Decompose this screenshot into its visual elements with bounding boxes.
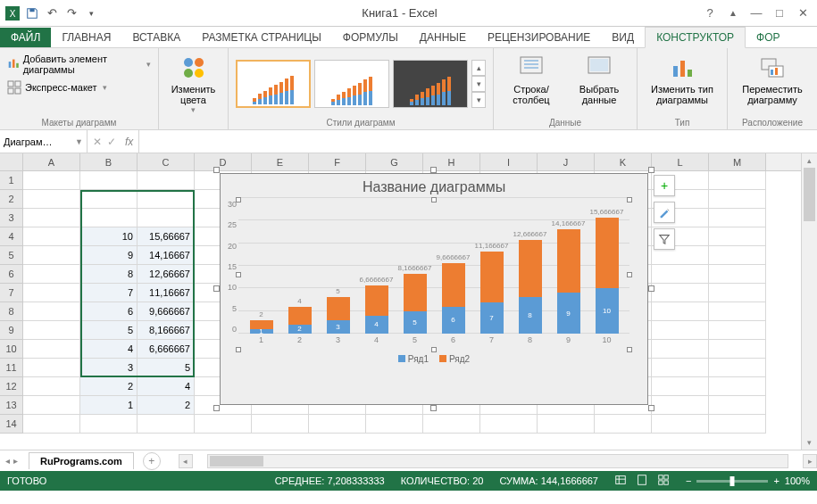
cell[interactable] xyxy=(652,302,709,321)
help-button[interactable]: ? xyxy=(699,4,721,23)
zoom-in[interactable]: + xyxy=(773,475,779,486)
cell[interactable] xyxy=(23,209,80,227)
col-F[interactable]: F xyxy=(309,153,366,170)
cell[interactable] xyxy=(23,227,80,246)
cell[interactable]: 9,666667 xyxy=(138,302,195,321)
cell[interactable]: 12,66667 xyxy=(138,265,195,284)
cell[interactable] xyxy=(23,302,80,321)
cell[interactable] xyxy=(23,284,80,302)
cell[interactable] xyxy=(252,415,309,434)
col-E[interactable]: E xyxy=(252,153,309,170)
col-A[interactable]: A xyxy=(23,153,80,170)
tab-formulas[interactable]: ФОРМУЛЫ xyxy=(332,28,409,47)
col-K[interactable]: K xyxy=(595,153,652,170)
cell[interactable] xyxy=(709,171,766,190)
row-14[interactable]: 14 xyxy=(0,415,23,434)
cell[interactable] xyxy=(23,415,80,434)
chart-plot-area[interactable]: 051015202530 12243546,666666758,16666676… xyxy=(238,199,630,351)
cell[interactable] xyxy=(709,227,766,246)
formula-input[interactable] xyxy=(139,130,817,153)
select-all-corner[interactable] xyxy=(0,153,23,170)
page-layout-view-icon[interactable] xyxy=(636,474,648,488)
cell[interactable]: 8 xyxy=(80,265,138,284)
cell[interactable] xyxy=(538,415,595,434)
style-thumb-2[interactable] xyxy=(314,60,389,108)
style-thumb-3[interactable] xyxy=(393,60,468,108)
col-D[interactable]: D xyxy=(195,153,252,170)
cell[interactable] xyxy=(709,396,766,415)
cell[interactable]: 11,16667 xyxy=(138,284,195,302)
cell[interactable] xyxy=(80,171,138,190)
row-1[interactable]: 1 xyxy=(0,171,23,190)
cell[interactable] xyxy=(138,171,195,190)
normal-view-icon[interactable] xyxy=(614,474,627,488)
cell[interactable] xyxy=(138,209,195,227)
chart-object[interactable]: Название диаграммы 051015202530 12243546… xyxy=(220,173,648,405)
tab-insert[interactable]: ВСТАВКА xyxy=(121,28,191,47)
cell[interactable] xyxy=(652,321,709,340)
cell[interactable] xyxy=(80,415,138,434)
cell[interactable]: 6,666667 xyxy=(138,340,195,359)
sheet-nav[interactable]: ◂▸ xyxy=(0,456,23,466)
col-H[interactable]: H xyxy=(423,153,480,170)
cell[interactable]: 1 xyxy=(80,396,138,415)
cell[interactable] xyxy=(652,340,709,359)
col-I[interactable]: I xyxy=(480,153,538,170)
cell[interactable] xyxy=(652,377,709,396)
tab-view[interactable]: ВИД xyxy=(601,28,645,47)
tab-home[interactable]: ГЛАВНАЯ xyxy=(51,28,121,47)
cell[interactable] xyxy=(709,284,766,302)
move-chart-button[interactable]: Переместить диаграмму xyxy=(735,52,810,107)
cell[interactable] xyxy=(709,302,766,321)
cell[interactable] xyxy=(23,171,80,190)
page-break-view-icon[interactable] xyxy=(657,474,670,488)
col-C[interactable]: C xyxy=(138,153,195,170)
cell[interactable] xyxy=(23,359,80,377)
zoom-control[interactable]: − + 100% xyxy=(686,475,810,486)
add-sheet-button[interactable]: + xyxy=(143,452,161,470)
row-7[interactable]: 7 xyxy=(0,284,23,302)
cell[interactable]: 10 xyxy=(80,227,138,246)
cell[interactable] xyxy=(80,209,138,227)
cell[interactable]: 4 xyxy=(80,340,138,359)
row-4[interactable]: 4 xyxy=(0,227,23,246)
minimize-button[interactable]: — xyxy=(746,4,767,23)
col-M[interactable]: M xyxy=(709,153,766,170)
cell[interactable]: 5 xyxy=(138,359,195,377)
col-L[interactable]: L xyxy=(652,153,709,170)
cell[interactable]: 7 xyxy=(80,284,138,302)
cell[interactable]: 9 xyxy=(80,246,138,265)
row-13[interactable]: 13 xyxy=(0,396,23,415)
cell[interactable] xyxy=(23,246,80,265)
cell[interactable] xyxy=(23,265,80,284)
quick-layout-button[interactable]: Экспресс-макет▾ xyxy=(7,78,107,96)
cell[interactable] xyxy=(709,265,766,284)
chart-title[interactable]: Название диаграммы xyxy=(221,174,647,199)
cell[interactable]: 5 xyxy=(80,321,138,340)
hscroll-right[interactable]: ▸ xyxy=(803,454,817,468)
cell[interactable] xyxy=(23,377,80,396)
row-11[interactable]: 11 xyxy=(0,359,23,377)
tab-review[interactable]: РЕЦЕНЗИРОВАНИЕ xyxy=(477,28,601,47)
formula-accept[interactable]: ✓ xyxy=(107,136,116,148)
sheet-tab[interactable]: RuPrograms.com xyxy=(29,452,134,469)
style-thumb-1[interactable] xyxy=(236,60,311,108)
cell[interactable] xyxy=(709,321,766,340)
cell[interactable] xyxy=(652,396,709,415)
row-10[interactable]: 10 xyxy=(0,340,23,359)
cell[interactable] xyxy=(23,396,80,415)
col-B[interactable]: B xyxy=(80,153,138,170)
change-colors-button[interactable]: Изменить цвета ▾ xyxy=(166,52,221,116)
horizontal-scrollbar[interactable] xyxy=(207,454,788,468)
tab-file[interactable]: ФАЙЛ xyxy=(0,28,51,47)
row-12[interactable]: 12 xyxy=(0,377,23,396)
vertical-scrollbar[interactable]: ▴ ▾ xyxy=(801,153,817,450)
cell[interactable] xyxy=(595,415,652,434)
cell[interactable]: 2 xyxy=(80,377,138,396)
col-G[interactable]: G xyxy=(366,153,423,170)
cell[interactable] xyxy=(709,359,766,377)
cell[interactable] xyxy=(138,415,195,434)
cell[interactable]: 6 xyxy=(80,302,138,321)
cell[interactable]: 2 xyxy=(138,396,195,415)
select-data-button[interactable]: Выбрать данные xyxy=(569,52,629,107)
